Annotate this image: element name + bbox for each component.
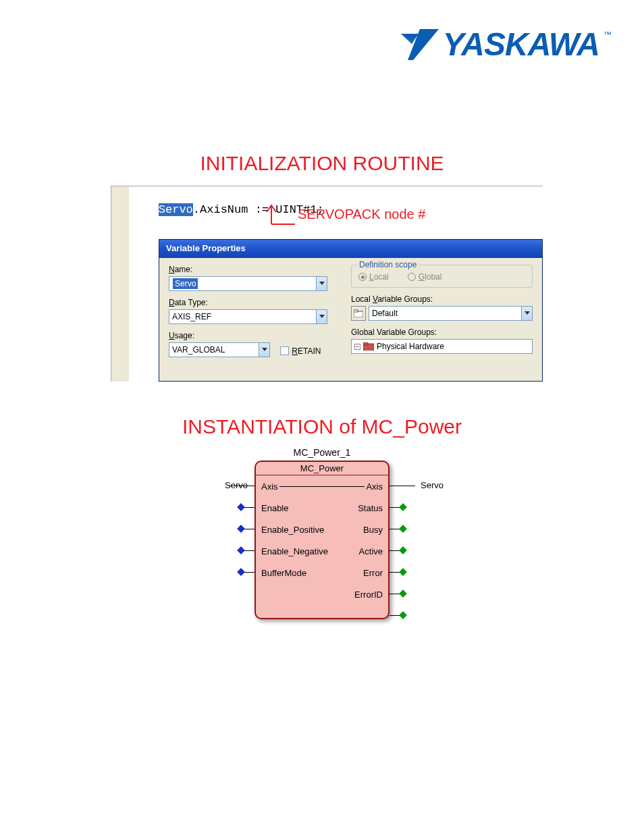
chevron-down-icon[interactable] — [521, 307, 532, 320]
fb-input-axis: Axis — [261, 481, 278, 492]
logo-text: YASKAWA — [443, 26, 599, 63]
svg-marker-4 — [262, 348, 267, 351]
datatype-label: Data Type: — [169, 298, 331, 307]
lvg-value: Default — [369, 307, 521, 320]
local-radio[interactable]: Local — [358, 272, 389, 282]
fb-type-name: MC_Power — [256, 462, 388, 475]
gvg-item: Physical Hardware — [377, 342, 444, 351]
fb-output-error: Error — [363, 568, 383, 578]
fb-row-enableneg: Enable_Negative Active — [256, 540, 388, 562]
fb-output-status: Status — [358, 503, 383, 513]
lvg-field[interactable]: Default — [369, 306, 533, 321]
fb-output-axis: Axis — [366, 481, 383, 492]
svg-marker-2 — [319, 282, 325, 285]
fb-output-busy: Busy — [363, 525, 383, 535]
name-value: Servo — [173, 278, 198, 289]
definition-scope-group: Definition scope Local Global — [351, 265, 533, 288]
datatype-field[interactable]: AXIS_REF — [169, 309, 327, 324]
fb-input-enable: Enable — [261, 503, 288, 513]
axis-output-ext: Servo — [421, 480, 444, 490]
annotation-text: SERVOPACK node # — [298, 207, 425, 222]
definition-scope-title: Definition scope — [357, 260, 419, 269]
svg-marker-7 — [525, 311, 530, 315]
name-field[interactable]: Servo — [169, 276, 327, 291]
fb-input-buffer: BufferMode — [261, 568, 306, 578]
fb-input-enableneg: Enable_Negative — [261, 546, 328, 556]
fb-row-axis: Axis Axis — [256, 475, 388, 497]
dialog-title: Variable Properties — [159, 240, 542, 258]
gvg-label: Global Variable Groups: — [351, 328, 533, 337]
fb-row-enablepos: Enable_Positive Busy — [256, 519, 388, 540]
variable-properties-dialog: Variable Properties Name: Servo Data Typ… — [159, 239, 543, 382]
usage-label: Usage: — [169, 331, 331, 340]
code-variable-selected: Servo — [159, 203, 193, 216]
section-heading-instantiation: INSTANTIATION of MC_Power — [0, 415, 644, 438]
name-label: Name: — [169, 265, 331, 274]
fb-output-errorid: ErrorID — [354, 590, 383, 600]
tree-collapse-icon[interactable]: − — [354, 344, 360, 350]
usage-value: VAR_GLOBAL — [169, 343, 259, 357]
fb-instance-name: MC_Power_1 — [200, 447, 444, 458]
usage-field[interactable]: VAR_GLOBAL — [169, 342, 270, 357]
chevron-down-icon[interactable] — [316, 310, 327, 323]
retain-label: RETAIN — [292, 346, 321, 356]
svg-marker-3 — [319, 315, 325, 318]
fb-row-buffer: BufferMode Error — [256, 562, 388, 583]
ide-screenshot: Servo.AxisNum := UINT#1; SERVOPACK node … — [111, 186, 543, 382]
folder-icon — [354, 309, 363, 317]
logo-trademark: ™ — [603, 30, 612, 39]
fb-row-errorid: ErrorID — [256, 583, 388, 605]
editor-gutter — [111, 186, 129, 382]
fb-box: MC_Power Axis Axis Enable Status Enable_… — [254, 461, 390, 619]
fb-input-enablepos: Enable_Positive — [261, 525, 324, 535]
fb-output-active: Active — [359, 546, 383, 556]
gvg-tree[interactable]: − Physical Hardware — [351, 339, 533, 354]
datatype-value: AXIS_REF — [169, 310, 316, 323]
svg-rect-6 — [354, 310, 358, 312]
logo-mark-icon — [400, 29, 439, 60]
retain-checkbox[interactable]: RETAIN — [280, 346, 321, 356]
chevron-down-icon[interactable] — [316, 277, 327, 290]
global-radio[interactable]: Global — [408, 272, 442, 282]
fb-row-enable: Enable Status — [256, 497, 388, 519]
svg-rect-9 — [363, 342, 368, 345]
lvg-label: Local Variable Groups: — [351, 294, 533, 304]
brand-logo: YASKAWA ™ — [400, 26, 612, 63]
section-heading-initialization: INITIALIZATION ROUTINE — [0, 152, 644, 175]
hardware-folder-icon — [363, 342, 374, 350]
folder-button[interactable] — [351, 306, 366, 321]
chevron-down-icon[interactable] — [259, 343, 269, 357]
